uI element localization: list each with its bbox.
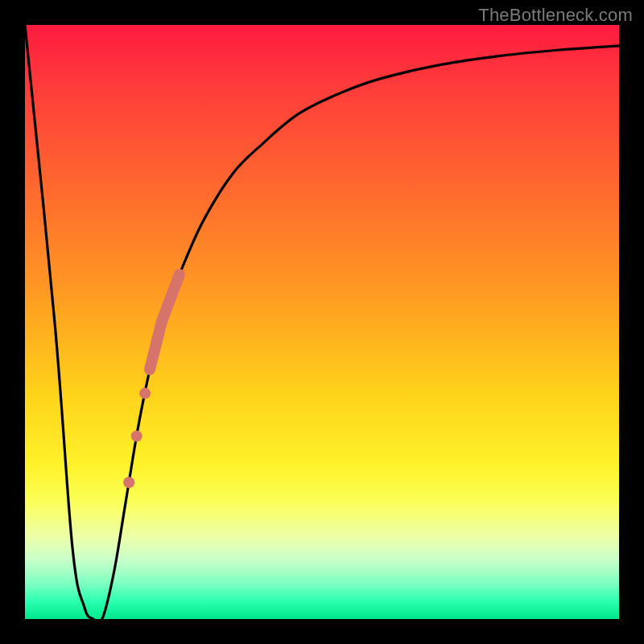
curve-svg <box>25 25 619 619</box>
watermark-text: TheBottleneck.com <box>478 5 633 26</box>
bottleneck-curve <box>25 25 619 623</box>
highlight-dot <box>139 388 151 399</box>
highlight-dot <box>123 477 134 488</box>
highlight-segment <box>150 275 180 369</box>
highlight-dots <box>123 388 151 489</box>
plot-area <box>25 25 619 619</box>
chart-frame: TheBottleneck.com <box>0 0 644 644</box>
highlight-dot <box>131 431 142 442</box>
